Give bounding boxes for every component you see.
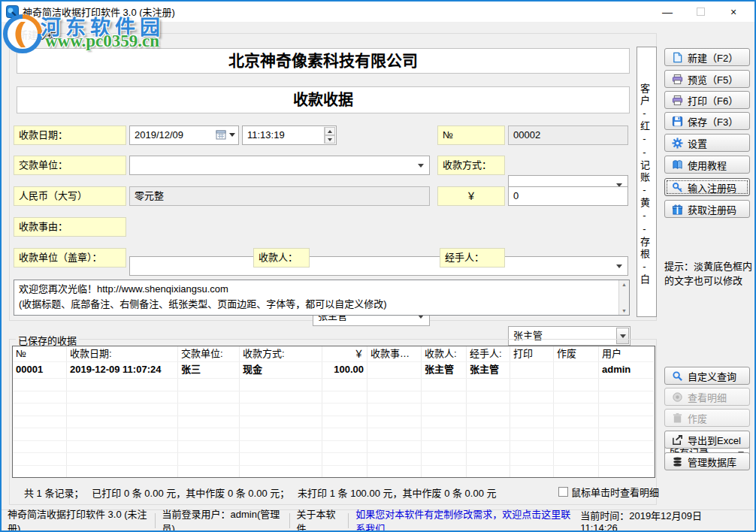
chevron-down-icon (620, 334, 626, 338)
table-cell (599, 391, 655, 404)
status-current-time: 当前时间：2019年12月09日 11:14:26 (580, 508, 729, 532)
gear-icon (672, 138, 683, 149)
time-spinner[interactable]: 11:13:19 (242, 125, 337, 145)
rmb-label[interactable]: 人民币（大写） (14, 186, 126, 206)
view-detail-button: 查看明细 (664, 388, 750, 406)
yuan-label[interactable]: ￥ (437, 186, 505, 206)
table-cell: 现金 (240, 362, 322, 378)
receipts-table[interactable]: №收款日期:交款单位:收款方式:￥收款事…收款人:经手人:打印作废用户 0000… (12, 346, 655, 478)
column-header[interactable]: 收款事… (367, 346, 422, 361)
new-button[interactable]: 新建（F2） (664, 48, 750, 66)
company-name-field[interactable]: 北京神奇像素科技有限公司 (17, 48, 630, 74)
title-bar: 神奇简洁收据打印软件 3.0 (未注册) — × (2, 2, 754, 22)
table-cell (510, 404, 554, 416)
export-excel-button[interactable]: 导出到Excel (664, 431, 750, 449)
table-cell (240, 416, 322, 428)
save-button[interactable]: 保存（F3） (664, 112, 750, 130)
chevron-down-icon[interactable] (418, 164, 424, 168)
date-picker[interactable]: 2019/12/09 (129, 125, 239, 145)
table-cell (510, 441, 554, 453)
column-header[interactable]: 用户 (599, 346, 655, 361)
preview-button[interactable]: 预览（F5） (664, 70, 750, 88)
table-cell (178, 404, 240, 416)
printer-icon (672, 95, 683, 106)
chevron-down-icon[interactable] (229, 133, 235, 137)
table-cell (322, 404, 367, 416)
column-header[interactable]: № (13, 346, 67, 361)
table-cell (599, 453, 655, 465)
close-button[interactable]: × (717, 2, 750, 22)
date-label[interactable]: 收款日期： (14, 125, 126, 145)
table-cell: 2019-12-09 11:07:24 (67, 362, 178, 378)
table-cell (240, 428, 322, 440)
receipt-title-field[interactable]: 收款收据 (17, 86, 630, 113)
settings-button[interactable]: 设置 (664, 134, 750, 152)
print-button[interactable]: 打印（F6） (664, 91, 750, 109)
date-value: 2019/12/09 (135, 129, 183, 141)
remarks-line1: 欢迎您再次光临！http://www.shenqixiangsu.com (19, 282, 615, 297)
table-cell (367, 453, 422, 465)
table-cell (178, 416, 240, 428)
table-cell (67, 379, 178, 391)
payer-combo[interactable] (129, 156, 430, 175)
table-cell (178, 453, 240, 465)
unit-label[interactable]: 收款单位（盖章）： (14, 248, 126, 268)
checkbox-icon[interactable] (558, 487, 568, 497)
custom-query-button[interactable]: 自定义查询 (664, 367, 750, 385)
table-cell (422, 379, 467, 391)
table-cell: 张三 (178, 362, 240, 378)
time-spinner-buttons[interactable] (324, 127, 335, 144)
gift-icon (672, 204, 683, 215)
table-cell (13, 416, 67, 428)
minimize-button[interactable]: — (651, 2, 684, 22)
column-header[interactable]: 交款单位: (178, 346, 240, 361)
spin-down-icon[interactable] (328, 138, 332, 141)
enter-code-button[interactable]: 输入注册码 (664, 178, 750, 196)
column-header[interactable]: 收款人: (422, 346, 467, 361)
table-empty-row (13, 378, 655, 391)
about-link[interactable]: 关于本软件 (297, 506, 342, 532)
get-code-button[interactable]: 获取注册码 (664, 200, 750, 218)
table-empty-row (13, 428, 655, 440)
rmb-field: 零元整 (129, 186, 430, 206)
manage-database-button[interactable]: 管理数据库 (664, 452, 750, 470)
method-label[interactable]: 收款方式： (437, 156, 505, 175)
reason-combo[interactable] (129, 256, 628, 276)
column-header[interactable]: 收款方式: (240, 346, 322, 361)
view-detail-checkbox[interactable]: 鼠标单击时查看明细 (558, 485, 659, 499)
table-cell (67, 391, 178, 404)
remarks-scrollbar[interactable]: ▲▼ (618, 280, 629, 315)
table-cell (13, 391, 67, 404)
column-header[interactable]: ￥ (322, 346, 367, 361)
table-cell (599, 466, 655, 478)
table-cell (367, 391, 422, 404)
spin-up-icon[interactable] (328, 130, 332, 133)
trash-icon (672, 413, 683, 424)
no-field: 00002 (508, 125, 628, 145)
table-cell (510, 362, 554, 378)
payer-label[interactable]: 交款单位： (14, 156, 126, 175)
calendar-icon[interactable] (216, 129, 226, 140)
reason-label[interactable]: 收款事由： (14, 217, 126, 237)
handler-label[interactable]: 经手人： (440, 248, 505, 268)
tutorial-button[interactable]: 使用教程 (664, 156, 750, 174)
contact-link[interactable]: 如果您对本软件有定制修改需求，欢迎点击这里联系我们 (355, 506, 580, 532)
table-cell (13, 428, 67, 440)
no-label[interactable]: № (437, 125, 505, 145)
amount-field[interactable]: 0 (508, 186, 628, 206)
remarks-textarea[interactable]: 欢迎您再次光临！http://www.shenqixiangsu.com (收据… (14, 280, 630, 316)
column-header[interactable]: 打印 (510, 346, 554, 361)
chevron-down-icon[interactable] (616, 264, 622, 268)
column-header[interactable]: 经手人: (467, 346, 510, 361)
column-header[interactable]: 收款日期: (67, 346, 178, 361)
table-cell (240, 453, 322, 465)
table-row[interactable]: 000012019-12-09 11:07:24张三现金100.00张主管张主管… (13, 361, 655, 378)
payee-label[interactable]: 收款人： (253, 248, 310, 268)
table-empty-row (13, 416, 655, 428)
status-current-user: 当前登录用户：admin(管理员) (162, 506, 283, 532)
table-cell (467, 453, 510, 465)
table-cell (367, 441, 422, 453)
copy-colors-side-note: 客户-红--记账-黄--存根-白 (637, 47, 657, 317)
column-header[interactable]: 作废 (554, 346, 599, 361)
table-cell (510, 379, 554, 391)
